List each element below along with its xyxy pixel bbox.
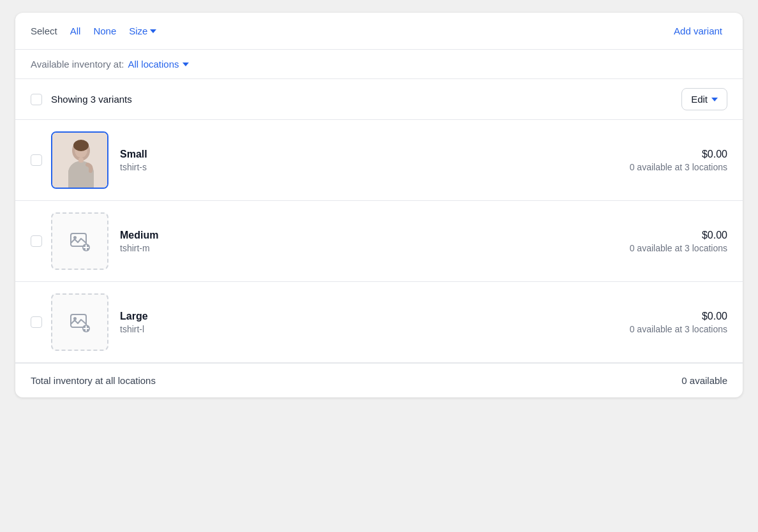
toolbar: Select All None Size Add variant xyxy=(15,13,743,50)
medium-price: $0.00 xyxy=(630,230,727,241)
size-filter-label: Size xyxy=(129,26,147,36)
small-price-block: $0.00 0 available at 3 locations xyxy=(630,149,727,172)
select-all-checkbox[interactable] xyxy=(31,94,42,105)
svg-point-3 xyxy=(73,140,89,151)
small-checkbox[interactable] xyxy=(31,154,42,166)
edit-label: Edit xyxy=(691,94,708,105)
large-price-block: $0.00 0 available at 3 locations xyxy=(630,311,727,334)
small-checkbox-wrap xyxy=(31,154,51,166)
small-image[interactable] xyxy=(51,131,108,189)
select-none-link[interactable]: None xyxy=(88,23,121,39)
location-label: All locations xyxy=(128,59,179,70)
medium-sku: tshirt-m xyxy=(120,243,630,253)
showing-variants-label: Showing 3 variants xyxy=(51,94,681,105)
medium-price-block: $0.00 0 available at 3 locations xyxy=(630,230,727,253)
add-variant-button[interactable]: Add variant xyxy=(669,23,727,39)
total-row: Total inventory at all locations 0 avail… xyxy=(15,363,743,397)
large-sku: tshirt-l xyxy=(120,324,630,334)
inventory-filter-row: Available inventory at: All locations xyxy=(15,50,743,79)
location-filter-button[interactable]: All locations xyxy=(128,59,188,70)
table-header-row: Showing 3 variants Edit xyxy=(15,79,743,120)
add-image-icon xyxy=(68,230,91,253)
medium-checkbox-wrap xyxy=(31,235,51,247)
large-checkbox-wrap xyxy=(31,316,51,328)
add-image-icon-large xyxy=(68,311,91,334)
variant-row-large: Large tshirt-l $0.00 0 available at 3 lo… xyxy=(15,282,743,363)
small-image-svg xyxy=(52,133,108,189)
variant-row-medium: Medium tshirt-m $0.00 0 available at 3 l… xyxy=(15,201,743,282)
medium-variant-info: Medium tshirt-m xyxy=(120,230,630,253)
large-image[interactable] xyxy=(51,293,108,351)
total-value: 0 available xyxy=(681,375,727,386)
small-stock: 0 available at 3 locations xyxy=(630,162,727,172)
edit-chevron-icon xyxy=(711,98,718,101)
add-image-svg-large xyxy=(68,311,91,334)
small-name: Small xyxy=(120,149,630,160)
total-label: Total inventory at all locations xyxy=(31,375,681,386)
medium-stock: 0 available at 3 locations xyxy=(630,243,727,253)
small-price: $0.00 xyxy=(630,149,727,160)
medium-name: Medium xyxy=(120,230,630,241)
location-chevron-icon xyxy=(182,63,189,66)
variants-card: Select All None Size Add variant Availab… xyxy=(15,13,743,397)
edit-button[interactable]: Edit xyxy=(681,88,727,110)
add-image-svg xyxy=(68,230,91,253)
large-price: $0.00 xyxy=(630,311,727,322)
select-all-link[interactable]: All xyxy=(65,23,86,39)
svg-rect-4 xyxy=(78,158,84,163)
header-checkbox-wrap xyxy=(31,94,51,105)
medium-image[interactable] xyxy=(51,212,108,270)
size-filter-button[interactable]: Size xyxy=(124,23,161,39)
large-stock: 0 available at 3 locations xyxy=(630,324,727,334)
select-label: Select xyxy=(31,26,57,36)
large-variant-info: Large tshirt-l xyxy=(120,311,630,334)
medium-checkbox[interactable] xyxy=(31,235,42,247)
inventory-prefix: Available inventory at: xyxy=(31,59,124,70)
large-checkbox[interactable] xyxy=(31,316,42,328)
variant-row-small: Small tshirt-s $0.00 0 available at 3 lo… xyxy=(15,120,743,201)
small-sku: tshirt-s xyxy=(120,162,630,172)
size-chevron-icon xyxy=(150,29,156,33)
small-variant-info: Small tshirt-s xyxy=(120,149,630,172)
large-name: Large xyxy=(120,311,630,322)
